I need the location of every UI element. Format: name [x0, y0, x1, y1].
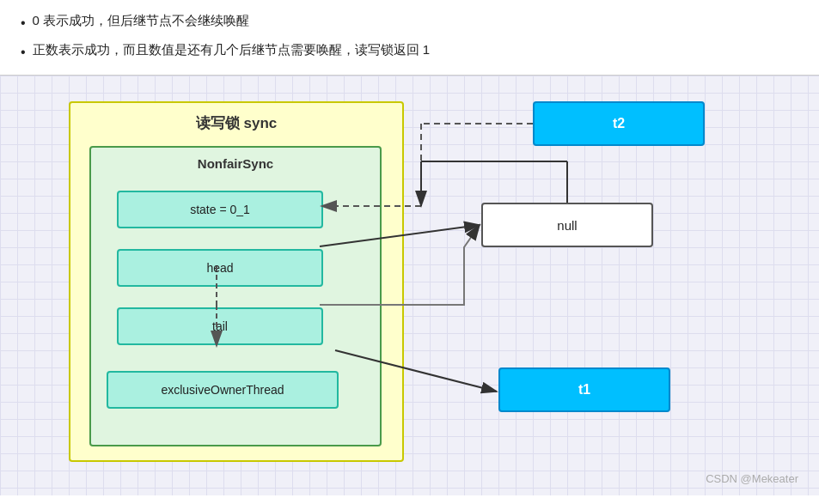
- bullet-dot-1: •: [21, 12, 26, 34]
- field-head-label: head: [206, 261, 233, 275]
- field-state-label: state = 0_1: [190, 203, 250, 216]
- t1-box: t1: [498, 367, 670, 412]
- outer-box-title: 读写锁 sync: [70, 103, 402, 138]
- field-tail-label: tail: [212, 319, 228, 333]
- bullet-dot-2: •: [21, 41, 26, 64]
- diagram-area: 读写锁 sync NonfairSync state = 0_1 head ta…: [0, 75, 819, 495]
- field-state: state = 0_1: [117, 191, 323, 228]
- field-excl-label: exclusiveOwnerThread: [161, 383, 284, 397]
- watermark: CSDN @Mekeater: [706, 472, 798, 485]
- null-label: null: [557, 218, 577, 233]
- inner-box-title: NonfairSync: [91, 148, 380, 178]
- field-tail: tail: [117, 307, 323, 345]
- t2-label: t2: [613, 116, 625, 131]
- bullet-item-1: • 0 表示成功，但后继节点不会继续唤醒: [21, 10, 798, 34]
- field-head: head: [117, 249, 323, 287]
- bullet-text-2: 正数表示成功，而且数值是还有几个后继节点需要唤醒，读写锁返回 1: [33, 39, 431, 60]
- t1-label: t1: [578, 382, 590, 398]
- bullet-text-1: 0 表示成功，但后继节点不会继续唤醒: [33, 10, 250, 31]
- field-excl: exclusiveOwnerThread: [107, 371, 339, 409]
- bullet-item-2: • 正数表示成功，而且数值是还有几个后继节点需要唤醒，读写锁返回 1: [21, 39, 798, 64]
- inner-box: NonfairSync state = 0_1 head tail exclus…: [89, 146, 382, 446]
- bullet-list: • 0 表示成功，但后继节点不会继续唤醒 • 正数表示成功，而且数值是还有几个后…: [0, 0, 819, 75]
- t2-box: t2: [533, 101, 705, 146]
- outer-box: 读写锁 sync NonfairSync state = 0_1 head ta…: [69, 101, 404, 462]
- null-box: null: [481, 203, 653, 247]
